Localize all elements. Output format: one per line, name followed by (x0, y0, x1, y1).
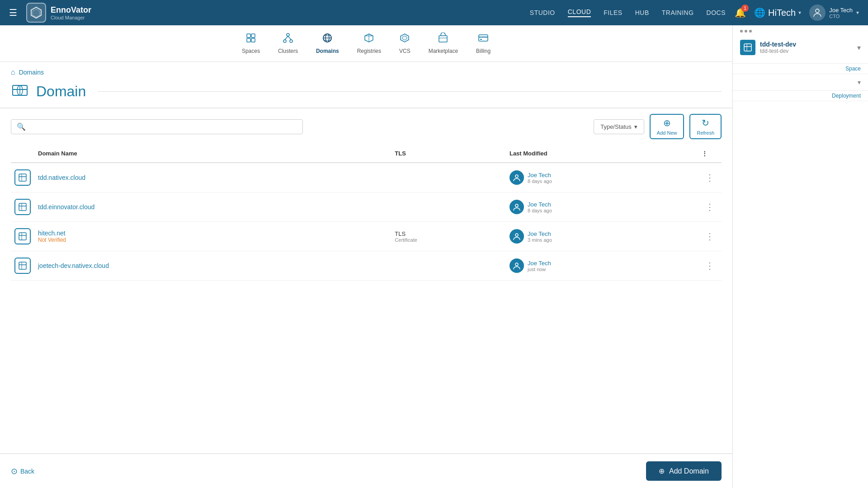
svg-rect-21 (479, 35, 488, 41)
domain-name-link[interactable]: tdd.nativex.cloud (38, 174, 333, 181)
svg-point-39 (515, 234, 518, 236)
dot-3 (749, 30, 752, 33)
tls-cell (391, 251, 506, 281)
modified-by-name: Joe Tech (528, 260, 551, 267)
nav-cloud[interactable]: CLOUD (568, 8, 591, 17)
row-menu-button[interactable]: ⋮ (702, 171, 718, 184)
sidebar-item-row: tdd-test-dev tdd-test-dev ▾ (740, 36, 861, 59)
user-avatar (509, 170, 524, 185)
subnav-marketplace[interactable]: Marketplace (420, 30, 467, 57)
logo[interactable]: EnnoVator Cloud Manager (26, 3, 91, 23)
nav-docs[interactable]: DOCS (707, 9, 726, 16)
dot-2 (745, 30, 747, 33)
domain-row-icon (14, 169, 31, 186)
domain-name-link[interactable]: hitech.net (38, 230, 333, 237)
user-cell-info: Joe Tech8 days ago (528, 201, 552, 213)
modified-time: 3 mins ago (528, 237, 552, 243)
type-status-filter[interactable]: Type/Status ▾ (594, 119, 644, 134)
svg-rect-32 (19, 203, 26, 211)
domains-label: Domains (316, 48, 339, 54)
back-button[interactable]: ⊙ Back (11, 466, 34, 476)
domain-name-link[interactable]: joetech-dev.nativex.cloud (38, 262, 333, 269)
notifications-button[interactable]: 🔔 1 (735, 7, 746, 18)
tls-sub-label: Certificate (395, 237, 502, 243)
subnav-billing[interactable]: Billing (467, 30, 500, 57)
last-modified-cell: Joe Tech8 days ago (506, 192, 698, 222)
sidebar-chevron-icon[interactable]: ▾ (857, 43, 861, 52)
modified-by-name: Joe Tech (528, 172, 552, 178)
col-domain-name: Domain Name (34, 145, 337, 163)
main-nav: STUDIO CLOUD FILES HUB TRAINING DOCS (530, 8, 726, 17)
subnav-vcs[interactable]: VCS (390, 30, 420, 57)
add-domain-plus-icon: ⊕ (659, 467, 665, 475)
user-avatar (509, 229, 524, 244)
svg-marker-1 (33, 9, 40, 17)
svg-rect-6 (251, 38, 255, 42)
search-box[interactable]: 🔍 (11, 119, 303, 134)
add-domain-button[interactable]: ⊕ Add Domain (646, 461, 722, 481)
hamburger-icon[interactable]: ☰ (9, 7, 17, 18)
svg-point-7 (287, 33, 289, 36)
org-selector[interactable]: 🌐 HiTech ▾ (754, 7, 801, 18)
logo-icon (26, 3, 46, 23)
add-new-button[interactable]: ⊕ Add New (650, 114, 684, 139)
sidebar-item-name: tdd-test-dev (760, 41, 853, 48)
subnav-clusters[interactable]: Clusters (269, 30, 307, 57)
nav-training[interactable]: TRAINING (662, 9, 694, 16)
row-menu-button[interactable]: ⋮ (702, 200, 718, 214)
domains-icon (322, 33, 333, 46)
user-cell-info: Joe Techjust now (528, 260, 551, 272)
row-menu-cell: ⋮ (698, 192, 722, 222)
search-icon: 🔍 (17, 122, 26, 131)
table-menu-icon[interactable]: ⋮ (702, 150, 708, 157)
svg-point-31 (515, 175, 518, 178)
deployment-label[interactable]: Deployment (733, 91, 868, 101)
domain-row-icon (14, 228, 31, 244)
svg-line-10 (285, 36, 288, 40)
svg-point-35 (515, 204, 518, 207)
user-cell: Joe Tech8 days ago (509, 200, 694, 214)
row-icon-cell (11, 192, 34, 222)
nav-hub[interactable]: HUB (635, 9, 649, 16)
user-menu[interactable]: Joe Tech CTO ▾ (809, 5, 859, 21)
user-avatar (509, 258, 524, 273)
home-icon[interactable]: ⌂ (11, 68, 15, 76)
row-menu-cell: ⋮ (698, 163, 722, 192)
refresh-button[interactable]: ↻ Refresh (689, 114, 722, 139)
svg-rect-3 (247, 34, 250, 38)
user-cell-info: Joe Tech8 days ago (528, 172, 552, 184)
domains-table-container: Domain Name TLS Last Modified ⋮ tdd.nati… (0, 145, 732, 453)
nav-files[interactable]: FILES (604, 9, 622, 16)
breadcrumb-label[interactable]: Domains (19, 69, 44, 76)
subnav-domains[interactable]: Domains (307, 30, 348, 57)
subnav-spaces[interactable]: Spaces (233, 30, 269, 57)
type-status-label: Type/Status (600, 123, 632, 130)
svg-rect-19 (439, 36, 447, 42)
svg-rect-23 (480, 39, 482, 40)
svg-point-9 (290, 40, 292, 42)
user-chevron-icon: ▾ (856, 9, 859, 16)
tls-cell: TLSCertificate (391, 222, 506, 251)
row-menu-button[interactable]: ⋮ (702, 259, 718, 272)
content-area: Spaces Clusters Domains (0, 25, 732, 488)
row-menu-cell: ⋮ (698, 222, 722, 251)
spaces-icon (245, 33, 256, 46)
space-label[interactable]: Space (733, 64, 868, 74)
row-menu-button[interactable]: ⋮ (702, 230, 718, 243)
svg-rect-44 (744, 44, 751, 51)
sidebar-item-sub: tdd-test-dev (760, 48, 853, 54)
dot-1 (740, 30, 743, 33)
deployment-chevron-icon[interactable]: ▾ (858, 79, 861, 86)
sidebar-box-icon (740, 40, 755, 55)
nav-studio[interactable]: STUDIO (530, 9, 555, 16)
col-last-modified: Last Modified (506, 145, 698, 163)
page-header: ⌂ Domains Domain (0, 62, 732, 108)
user-cell: Joe Tech3 mins ago (509, 229, 694, 244)
search-input[interactable] (29, 123, 297, 130)
domain-row-icon (14, 199, 31, 215)
domain-name-link[interactable]: tdd.einnovator.cloud (38, 203, 333, 211)
refresh-icon: ↻ (702, 117, 709, 128)
tls-label: TLS (395, 230, 502, 237)
subnav-registries[interactable]: Registries (348, 30, 390, 57)
row-icon-cell (11, 163, 34, 192)
